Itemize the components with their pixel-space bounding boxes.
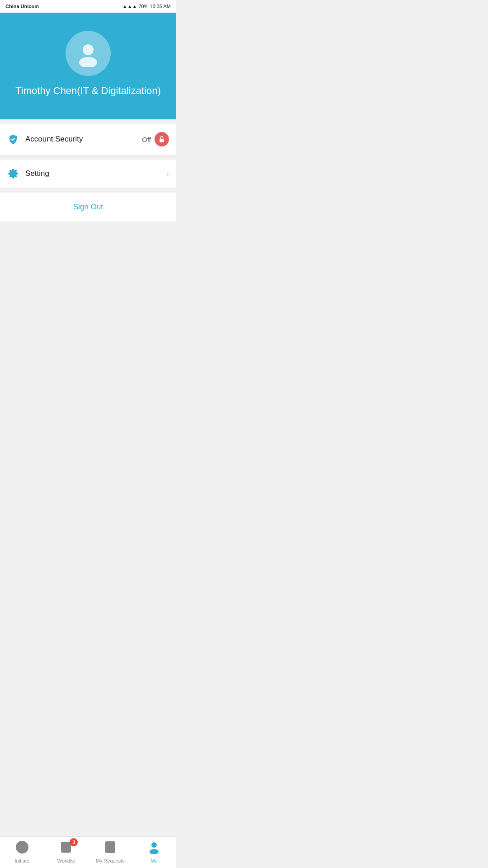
sign-out-label: Sign Out [73, 203, 103, 212]
status-bar: China Unicom ▲▲▲ 70% 10:35 AM [0, 0, 176, 13]
account-security-left: Account Security [7, 133, 83, 145]
section-divider-top [0, 119, 176, 124]
svg-point-1 [79, 57, 97, 67]
lock-icon[interactable] [155, 132, 169, 146]
setting-right: › [166, 169, 169, 179]
carrier-label: China Unicom [5, 4, 39, 9]
setting-left: Setting [7, 168, 49, 179]
gear-icon [7, 168, 19, 179]
account-security-item[interactable]: Account Security Off [0, 124, 176, 155]
account-security-label: Account Security [25, 135, 83, 144]
profile-name: Timothy Chen(IT & Digitalization) [15, 85, 161, 97]
profile-header: Timothy Chen(IT & Digitalization) [0, 13, 176, 119]
setting-item[interactable]: Setting › [0, 160, 176, 188]
account-security-section: Account Security Off [0, 124, 176, 155]
signal-icon: ▲▲▲ [122, 4, 137, 9]
chevron-right-icon: › [166, 169, 169, 179]
battery-label: 70% [138, 4, 148, 9]
user-avatar-icon [75, 40, 102, 67]
account-security-right: Off [142, 132, 169, 146]
shield-icon [7, 133, 19, 145]
svg-rect-2 [160, 139, 164, 142]
setting-label: Setting [25, 169, 49, 178]
empty-area [0, 222, 176, 366]
sign-out-section[interactable]: Sign Out [0, 193, 176, 222]
security-status: Off [142, 136, 151, 143]
section-divider-middle [0, 155, 176, 160]
avatar [66, 31, 111, 76]
status-bar-right: ▲▲▲ 70% 10:35 AM [122, 4, 171, 9]
time-label: 10:35 AM [150, 4, 171, 9]
section-divider-bottom [0, 188, 176, 193]
setting-section: Setting › [0, 160, 176, 188]
svg-point-0 [83, 44, 94, 55]
